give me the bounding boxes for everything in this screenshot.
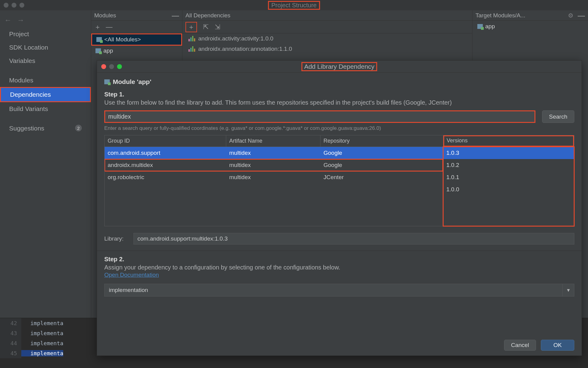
cell-group-id: org.robolectric	[105, 174, 226, 181]
cell-group-id: androidx.multidex	[105, 162, 226, 168]
window-traffic-lights	[4, 3, 24, 8]
search-button[interactable]: Search	[542, 110, 574, 123]
cell-repository: Google	[320, 150, 443, 156]
search-input[interactable]	[104, 110, 535, 123]
sidebar-item-project[interactable]: Project	[0, 27, 91, 41]
expand-all-icon[interactable]: ⇱	[203, 23, 209, 31]
step2-description: Assign your dependency to a configuratio…	[104, 264, 574, 271]
minimize-dot[interactable]	[12, 3, 16, 8]
close-dot[interactable]	[101, 64, 106, 69]
dependencies-header: All Dependencies	[182, 10, 472, 21]
results-area: Group ID Artifact Name Repository com.an…	[104, 135, 574, 226]
versions-column: Versions 1.0.3 1.0.2 1.0.1 1.0.0	[443, 135, 574, 226]
version-item[interactable]: 1.0.1	[443, 171, 574, 183]
zoom-dot[interactable]	[19, 3, 24, 8]
code-text: implementa	[21, 350, 63, 356]
window-title: Project Structure	[268, 1, 320, 10]
line-number: 43	[0, 328, 21, 338]
dependencies-header-label: All Dependencies	[185, 12, 230, 19]
th-artifact-name[interactable]: Artifact Name	[226, 135, 320, 147]
sidebar-item-suggestions[interactable]: Suggestions 2	[0, 122, 91, 135]
dependency-item[interactable]: androidx.activity:activity:1.0.0	[182, 33, 472, 44]
forward-arrow-icon[interactable]: →	[17, 16, 24, 24]
th-group-id[interactable]: Group ID	[105, 135, 226, 147]
sidebar-item-modules[interactable]: Modules	[0, 74, 91, 87]
dependency-item[interactable]: androidx.annotation:annotation:1.1.0	[182, 44, 472, 54]
version-item[interactable]: 1.0.0	[443, 183, 574, 196]
versions-header-row: Versions	[443, 135, 574, 147]
module-icon	[104, 79, 110, 84]
dependency-label: androidx.activity:activity:1.0.0	[198, 35, 273, 42]
back-arrow-icon[interactable]: ←	[4, 16, 12, 24]
library-label: Library:	[104, 235, 129, 242]
code-text: implementa	[21, 320, 63, 326]
library-icon	[189, 36, 195, 41]
add-module-icon[interactable]: ＋	[94, 23, 101, 32]
dependencies-toolbar: ＋ ⇱ ⇲	[182, 21, 472, 33]
configuration-select[interactable]: implementation	[104, 284, 563, 297]
zoom-dot[interactable]	[117, 64, 122, 69]
remove-module-icon[interactable]: —	[106, 23, 112, 31]
step1-description: Use the form below to find the library t…	[104, 99, 574, 106]
target-module-label: app	[485, 23, 495, 30]
cell-artifact-name: multidex	[226, 174, 320, 181]
module-icon	[477, 24, 483, 29]
versions-body: 1.0.3 1.0.2 1.0.1 1.0.0	[443, 147, 574, 226]
settings-icon[interactable]: ⚙	[568, 12, 573, 19]
th-repository[interactable]: Repository	[320, 135, 443, 147]
table-row[interactable]: com.android.support multidex Google	[105, 147, 443, 159]
cell-repository: Google	[320, 162, 443, 168]
library-value[interactable]: com.android.support:multidex:1.0.3	[133, 233, 574, 245]
minimize-icon[interactable]: —	[578, 11, 585, 20]
sidebar-item-build-variants[interactable]: Build Variants	[0, 102, 91, 116]
version-item[interactable]: 1.0.2	[443, 159, 574, 171]
configuration-select-value: implementation	[109, 287, 148, 293]
window-titlebar: Project Structure	[0, 0, 588, 10]
ok-button[interactable]: OK	[541, 340, 574, 351]
th-versions[interactable]: Versions	[443, 135, 574, 147]
close-dot[interactable]	[4, 3, 9, 8]
configuration-row: implementation ▾	[104, 284, 574, 297]
target-module-app[interactable]: app	[472, 21, 588, 32]
add-dependency-icon[interactable]: ＋	[185, 22, 197, 32]
table-row[interactable]: org.robolectric multidex JCenter	[105, 171, 443, 183]
search-hint: Enter a search query or fully-qualified …	[104, 125, 574, 131]
select-dropdown-icon[interactable]: ▾	[563, 284, 574, 297]
modules-header-label: Modules	[94, 12, 116, 19]
module-all-modules[interactable]: <All Modules>	[91, 33, 182, 46]
module-icon	[95, 48, 101, 53]
dialog-title: Add Library Dependency	[301, 62, 377, 71]
module-app[interactable]: app	[91, 46, 182, 56]
separator	[97, 251, 582, 251]
sidebar-nav: ← → Project SDK Location Variables Modul…	[0, 10, 91, 368]
step1-title: Step 1.	[104, 91, 574, 98]
sidebar-item-sdk-location[interactable]: SDK Location	[0, 41, 91, 54]
version-item[interactable]: 1.0.3	[443, 147, 574, 159]
line-number: 44	[0, 338, 21, 348]
suggestions-badge: 2	[75, 125, 82, 131]
code-text: implementa	[21, 330, 63, 336]
nav-arrows: ← →	[0, 13, 91, 27]
code-text: implementa	[21, 340, 63, 346]
sidebar-item-dependencies[interactable]: Dependencies	[0, 87, 91, 102]
module-label: <All Modules>	[104, 36, 141, 43]
cell-group-id: com.android.support	[105, 150, 226, 156]
line-number: 45	[0, 348, 21, 358]
target-header: Target Modules/A... ⚙ —	[472, 10, 588, 21]
results-table-body: com.android.support multidex Google andr…	[105, 147, 443, 226]
step2-title: Step 2.	[104, 256, 574, 263]
suggestions-label: Suggestions	[9, 125, 44, 132]
modules-toolbar: ＋ —	[91, 21, 182, 33]
library-icon	[189, 46, 195, 52]
minimize-dot[interactable]	[109, 64, 114, 69]
module-icon	[96, 37, 102, 42]
table-row[interactable]: androidx.multidex multidex Google	[105, 159, 443, 171]
results-table: Group ID Artifact Name Repository com.an…	[105, 135, 443, 226]
open-documentation-link[interactable]: Open Documentation	[104, 272, 159, 278]
cancel-button[interactable]: Cancel	[504, 340, 536, 351]
minimize-icon[interactable]: —	[172, 11, 179, 20]
dialog-body: Module 'app' Step 1. Use the form below …	[97, 73, 582, 335]
target-header-label: Target Modules/A...	[476, 12, 525, 19]
sidebar-item-variables[interactable]: Variables	[0, 54, 91, 68]
collapse-all-icon[interactable]: ⇲	[215, 23, 220, 31]
